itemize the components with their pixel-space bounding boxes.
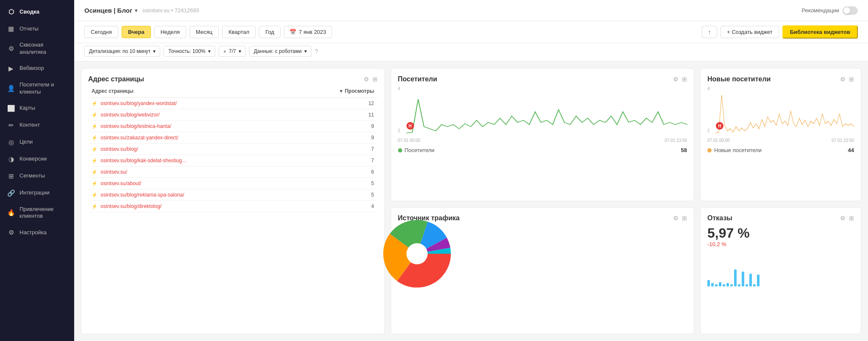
address-link[interactable]: osintsev.su/blog/yandex-wordstat/ [100,100,177,106]
date-value: 7 янв 2023 [299,29,326,35]
table-row: ⚡ osintsev.su/about/ 5 [88,178,378,189]
sidebar-label-posetiteli: Посетители и клиенты [19,81,67,96]
traffic-widget: Источник трафика ⚙ ⊞ Визиты [391,207,695,334]
detail-chevron-icon: ▾ [153,48,156,54]
svg-point-6 [406,243,428,264]
upload-button[interactable]: ↑ [702,26,718,38]
address-link[interactable]: osintsev.su/zakazat-yandex-direct/ [100,135,178,141]
traffic-actions: ⚙ ⊞ [673,215,687,222]
date-picker[interactable]: 📅 7 янв 2023 [284,26,332,38]
address-link[interactable]: osintsev.su/about/ [100,180,141,186]
segments-icon: ⊞ [7,172,15,180]
table-row: ⚡ osintsev.su/blog/yandex-wordstat/ 12 [88,98,378,109]
yesterday-button[interactable]: Вчера [122,26,151,38]
traffic-settings-icon[interactable]: ⚙ [673,215,679,222]
address-link[interactable]: osintsev.su/blog/webvizor/ [100,112,159,118]
sidebar-item-posetiteli[interactable]: 👤 Посетители и клиенты [0,77,74,100]
new-visitors-count: 44 [848,147,854,153]
visitors-x-labels: 07.01 00:00 07.01 23:50 [398,138,687,143]
topbar: Осинцев | Блог ▾ osintsev.su • 72412693 … [74,0,868,21]
address-settings-icon[interactable]: ⚙ [364,76,369,83]
sidebar-item-konversii[interactable]: ◑ Конверсии [0,151,74,168]
visitors-y-labels: 4 2 [398,86,401,133]
address-link[interactable]: osintsev.su/blog/reklama-spa-salona/ [100,192,184,198]
sidebar-label-vebvizor: Вебвизор [19,65,44,72]
new-visitors-widget: Новые посетители ⚙ ⊞ 4 2 Н 07.0 [700,68,861,201]
site-name: Осинцев | Блог [84,7,132,14]
segments-filter[interactable]: ● 7/7 ▾ [219,46,246,57]
table-row: ⚡ osintsev.su/blog/webvizor/ 11 [88,109,378,121]
table-row: ⚡ osintsev.su/blog/direktolog/ 4 [88,201,378,212]
help-icon[interactable]: ? [315,48,318,55]
detail-filter[interactable]: Детализация: по 10 минут ▾ [84,46,160,57]
new-visitors-title: Новые посетители [707,75,771,83]
new-visitors-x-labels: 07.01 00:00 07.01 23:50 [707,138,854,143]
sidebar-item-karty[interactable]: ⬜ Карты [0,100,74,117]
bar-3 [715,284,718,286]
sidebar-item-svodka[interactable]: ⬡ Сводка [0,3,74,20]
analytics-icon: ⚙ [7,44,15,53]
widget-library-button[interactable]: Библиотека виджетов [782,25,858,39]
visitors-grid-icon[interactable]: ⊞ [682,76,687,83]
address-link[interactable]: osintsev.su/ [100,169,127,175]
address-link[interactable]: osintsev.su/blog/lestnica-hanta/ [100,123,171,129]
table-row: ⚡ osintsev.su/blog/kak-sdelat-shestiug..… [88,155,378,166]
views-cell: 4 [293,201,378,212]
sidebar-item-privlechenie[interactable]: 🔥 Привлечение клиентов [0,202,74,225]
sidebar-item-vebvizor[interactable]: ▶ Вебвизор [0,60,74,77]
quarter-button[interactable]: Квартал [222,26,256,38]
bar-4 [719,282,721,286]
accuracy-filter[interactable]: Точность: 100% ▾ [164,46,215,57]
year-button[interactable]: Год [259,26,281,38]
address-link[interactable]: osintsev.su/blog/direktolog/ [100,203,161,209]
visitors-widget: Посетители ⚙ ⊞ 4 2 Н 07.01 00:0 [391,68,695,201]
sidebar-item-skvoznaya[interactable]: ⚙ Сквозная аналитика [0,37,74,60]
address-grid-icon[interactable]: ⊞ [373,76,378,83]
site-selector[interactable]: Осинцев | Блог ▾ [84,7,137,14]
visitors-count: 58 [681,147,687,153]
sidebar-item-otchety[interactable]: ▦ Отчеты [0,20,74,37]
address-link[interactable]: osintsev.su/blog/ [100,146,138,152]
sidebar-item-integracii[interactable]: 🔗 Интеграции [0,185,74,202]
new-visitors-settings-icon[interactable]: ⚙ [840,76,846,83]
table-row: ⚡ osintsev.su/blog/reklama-spa-salona/ 5 [88,189,378,201]
sort-arrow-icon: ▼ [339,89,345,94]
topbar-left: Осинцев | Блог ▾ osintsev.su • 72412693 [84,7,199,14]
main-area: Осинцев | Блог ▾ osintsev.su • 72412693 … [74,0,868,341]
address-actions: ⚙ ⊞ [364,76,378,83]
visitors-legend-label: Посетители [405,147,435,153]
new-visitors-legend: Новые посетители [707,147,762,153]
address-link[interactable]: osintsev.su/blog/kak-sdelat-shestiug... [100,158,186,164]
bounces-settings-icon[interactable]: ⚙ [840,215,846,222]
accuracy-chevron-icon: ▾ [208,48,211,54]
month-button[interactable]: Месяц [189,26,219,38]
new-visitors-actions: ⚙ ⊞ [840,76,854,83]
sidebar-item-segmenty[interactable]: ⊞ Сегменты [0,168,74,185]
fire-icon: ⚡ [92,135,97,140]
sidebar-label-otchety: Отчеты [19,25,39,33]
fire-icon: ⚡ [92,192,97,197]
views-cell: 5 [293,178,378,189]
today-button[interactable]: Сегодня [84,26,118,38]
h-marker-visitors: Н [406,122,414,130]
week-button[interactable]: Неделя [154,26,186,38]
bounces-grid-icon[interactable]: ⊞ [849,215,854,222]
data-filter[interactable]: Данные: с роботами ▾ [249,46,312,57]
address-cell: ⚡ osintsev.su/blog/yandex-wordstat/ [88,98,293,109]
sidebar-item-tseli[interactable]: ◎ Цели [0,134,74,151]
fire-icon: ⚡ [92,181,97,186]
sidebar-item-kontent[interactable]: ✏ Контент [0,117,74,134]
conversion-icon: ◑ [7,155,15,164]
new-visitors-grid-icon[interactable]: ⊞ [849,76,854,83]
edit-icon: ✏ [7,121,15,130]
create-widget-button[interactable]: + Создать виджет [721,26,779,38]
sidebar-item-nastrojka[interactable]: ⚙ Настройка [0,224,74,241]
visitors-settings-icon[interactable]: ⚙ [673,76,679,83]
views-cell: 5 [293,189,378,201]
bar-2 [711,283,714,286]
address-cell: ⚡ osintsev.su/blog/lestnica-hanta/ [88,121,293,132]
bounces-bar-chart [707,252,854,286]
recommendations-toggle[interactable] [843,6,858,15]
traffic-grid-icon[interactable]: ⊞ [682,215,687,222]
bar-5 [723,284,725,286]
